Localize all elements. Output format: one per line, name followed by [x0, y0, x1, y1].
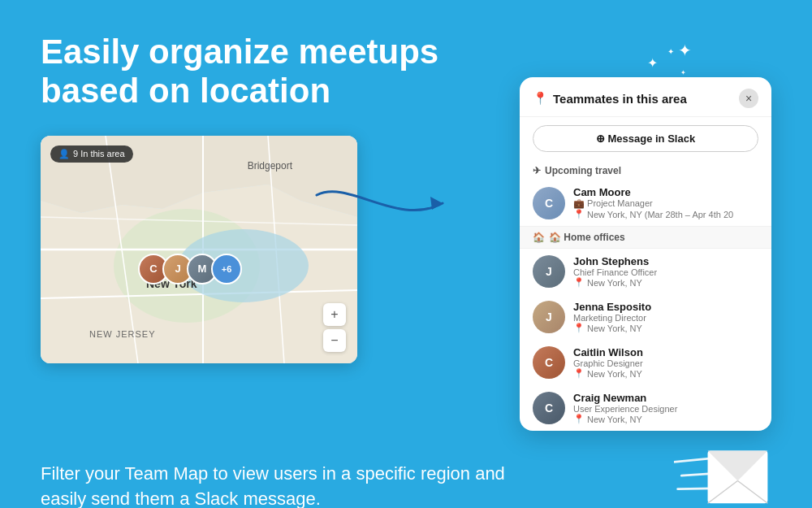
- map-avatar-more: +6: [211, 254, 242, 284]
- person-role-cam: 💼 Project Manager: [573, 198, 758, 209]
- person-row-cam: C Cam Moore 💼 Project Manager 📍 New York…: [520, 180, 771, 226]
- person-name-john: John Stephens: [573, 255, 758, 267]
- svg-line-14: [678, 488, 713, 489]
- person-name-craig: Craig Newman: [573, 392, 758, 404]
- location-icon-cam: 📍: [573, 209, 585, 219]
- bottom-description: Filter your Team Map to view users in a …: [41, 462, 512, 508]
- plane-icon: ✈: [533, 165, 541, 176]
- close-button[interactable]: ×: [739, 89, 758, 108]
- briefcase-icon: 💼: [573, 198, 585, 208]
- person-row-caitlin: C Caitlin Wilson Graphic Designer 📍 New …: [520, 340, 771, 385]
- bottom-section: Filter your Team Map to view users in a …: [41, 447, 771, 508]
- page-headline: Easily organize meetups based on locatio…: [41, 33, 487, 111]
- avatar-caitlin: C: [533, 346, 565, 379]
- in-area-count: 9 In this area: [73, 149, 125, 158]
- home-offices-header: 🏠 🏠 Home offices: [520, 226, 771, 249]
- location-pin-icon: 📍: [533, 91, 548, 106]
- map-in-area-badge: 👤 9 In this area: [50, 145, 133, 163]
- main-container: Easily organize meetups based on locatio…: [0, 0, 812, 508]
- popup-title: 📍 Teammates in this area: [533, 91, 687, 106]
- person-info-jenna: Jenna Esposito Marketing Director 📍 New …: [573, 301, 758, 333]
- map-avatars-group: C J M +6: [138, 254, 242, 284]
- avatar-cam: C: [533, 187, 565, 219]
- person-location-caitlin: 📍 New York, NY: [573, 368, 758, 379]
- person-name-jenna: Jenna Esposito: [573, 301, 758, 313]
- avatar-craig: C: [533, 392, 565, 424]
- person-info-cam: Cam Moore 💼 Project Manager 📍 New York, …: [573, 186, 758, 219]
- map-label-newjersey: NEW JERSEY: [89, 329, 156, 339]
- right-panel: 📍 Teammates in this area × ⊕ Message in …: [520, 77, 771, 431]
- person-location-craig: 📍 New York, NY: [573, 414, 758, 424]
- person-info-caitlin: Caitlin Wilson Graphic Designer 📍 New Yo…: [573, 346, 758, 379]
- person-info-craig: Craig Newman User Experience Designer 📍 …: [573, 392, 758, 424]
- top-section: Easily organize meetups based on locatio…: [41, 33, 771, 431]
- map-label-bridgeport: Bridgeport: [248, 160, 292, 172]
- person-name-caitlin: Caitlin Wilson: [573, 346, 758, 358]
- home-offices-label: 🏠 Home offices: [549, 232, 625, 243]
- envelope-svg: [674, 447, 771, 508]
- envelope-decoration: [674, 447, 771, 508]
- avatar-john: J: [533, 255, 565, 288]
- home-icon: 🏠: [533, 232, 545, 243]
- person-row-craig: C Craig Newman User Experience Designer …: [520, 385, 771, 431]
- map-zoom-controls: + −: [323, 303, 346, 352]
- location-icon-john: 📍: [573, 277, 585, 288]
- map-svg: [41, 136, 357, 363]
- person-info-john: John Stephens Chief Finance Officer 📍 Ne…: [573, 255, 758, 288]
- person-location-john: 📍 New York, NY: [573, 277, 758, 288]
- svg-line-12: [674, 458, 711, 462]
- popup-title-text: Teammates in this area: [553, 92, 687, 106]
- zoom-out-button[interactable]: −: [323, 329, 346, 352]
- map-container: Bridgeport New York NEW JERSEY 👤 9 In th…: [41, 136, 357, 363]
- popup-card: 📍 Teammates in this area × ⊕ Message in …: [520, 77, 771, 431]
- person-location-jenna: 📍 New York, NY: [573, 323, 758, 333]
- upcoming-travel-label: Upcoming travel: [545, 165, 621, 176]
- location-icon-caitlin: 📍: [573, 368, 585, 379]
- left-side: Easily organize meetups based on locatio…: [41, 33, 503, 363]
- person-role-jenna: Marketing Director: [573, 313, 758, 323]
- person-role-caitlin: Graphic Designer: [573, 358, 758, 368]
- person-role-craig: User Experience Designer: [573, 404, 758, 414]
- message-in-slack-button[interactable]: ⊕ Message in Slack: [533, 125, 758, 152]
- person-location-cam: 📍 New York, NY (Mar 28th – Apr 4th 20: [573, 209, 758, 219]
- popup-header: 📍 Teammates in this area ×: [520, 77, 771, 117]
- person-row-john: J John Stephens Chief Finance Officer 📍 …: [520, 249, 771, 294]
- avatar-icon: 👤: [58, 149, 70, 159]
- person-role-john: Chief Finance Officer: [573, 267, 758, 277]
- avatar-jenna: J: [533, 301, 565, 333]
- person-name-cam: Cam Moore: [573, 186, 758, 198]
- location-icon-craig: 📍: [573, 414, 585, 424]
- zoom-in-button[interactable]: +: [323, 303, 346, 326]
- upcoming-travel-header: ✈ Upcoming travel: [520, 160, 771, 180]
- person-row-jenna: J Jenna Esposito Marketing Director 📍 Ne…: [520, 294, 771, 340]
- location-icon-jenna: 📍: [573, 323, 585, 333]
